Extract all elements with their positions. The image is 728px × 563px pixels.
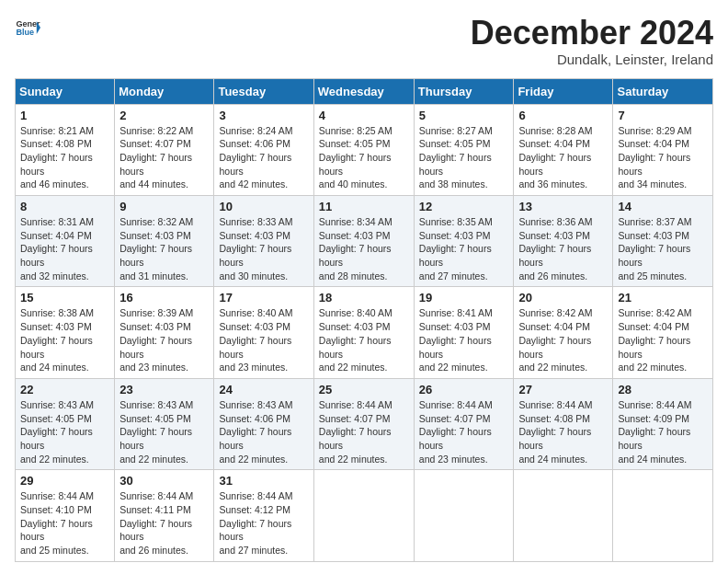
day-detail: Sunrise: 8:43 AMSunset: 4:05 PMDaylight:… (119, 398, 209, 465)
logo: General Blue (15, 15, 40, 40)
day-number: 23 (119, 383, 209, 396)
month-title: December 2024 (471, 15, 713, 52)
day-number: 9 (119, 200, 209, 213)
weekday-header: Friday (514, 78, 613, 104)
day-detail: Sunrise: 8:42 AMSunset: 4:04 PMDaylight:… (518, 306, 608, 373)
day-detail: Sunrise: 8:42 AMSunset: 4:04 PMDaylight:… (618, 306, 708, 373)
day-number: 24 (219, 383, 308, 396)
day-number: 7 (618, 109, 708, 122)
calendar-cell: 16 Sunrise: 8:39 AMSunset: 4:03 PMDaylig… (115, 287, 214, 378)
day-number: 21 (618, 291, 708, 304)
calendar-week-row: 1 Sunrise: 8:21 AMSunset: 4:08 PMDayligh… (16, 104, 713, 195)
day-detail: Sunrise: 8:44 AMSunset: 4:07 PMDaylight:… (319, 398, 409, 465)
calendar-cell: 2 Sunrise: 8:22 AMSunset: 4:07 PMDayligh… (115, 104, 214, 195)
calendar-header-row: SundayMondayTuesdayWednesdayThursdayFrid… (16, 78, 713, 104)
day-number: 17 (219, 291, 308, 304)
calendar-table: SundayMondayTuesdayWednesdayThursdayFrid… (15, 78, 713, 562)
day-number: 30 (119, 474, 209, 488)
day-detail: Sunrise: 8:34 AMSunset: 4:03 PMDaylight:… (319, 215, 409, 282)
day-detail: Sunrise: 8:44 AMSunset: 4:11 PMDaylight:… (119, 489, 209, 557)
day-number: 29 (20, 474, 109, 488)
day-detail: Sunrise: 8:40 AMSunset: 4:03 PMDaylight:… (219, 306, 308, 373)
day-detail: Sunrise: 8:27 AMSunset: 4:05 PMDaylight:… (419, 124, 509, 191)
day-detail: Sunrise: 8:37 AMSunset: 4:03 PMDaylight:… (618, 215, 708, 282)
day-number: 28 (618, 383, 708, 396)
calendar-cell: 17 Sunrise: 8:40 AMSunset: 4:03 PMDaylig… (214, 287, 313, 378)
calendar-cell (613, 470, 713, 561)
calendar-cell (514, 470, 613, 561)
calendar-cell: 28 Sunrise: 8:44 AMSunset: 4:09 PMDaylig… (613, 378, 713, 469)
calendar-cell: 19 Sunrise: 8:41 AMSunset: 4:03 PMDaylig… (414, 287, 514, 378)
calendar-week-row: 22 Sunrise: 8:43 AMSunset: 4:05 PMDaylig… (16, 378, 713, 469)
calendar-cell: 1 Sunrise: 8:21 AMSunset: 4:08 PMDayligh… (16, 104, 115, 195)
day-detail: Sunrise: 8:44 AMSunset: 4:08 PMDaylight:… (518, 398, 608, 465)
day-detail: Sunrise: 8:44 AMSunset: 4:10 PMDaylight:… (20, 489, 109, 557)
day-detail: Sunrise: 8:43 AMSunset: 4:05 PMDaylight:… (20, 398, 109, 465)
calendar-cell (313, 470, 414, 561)
day-number: 1 (20, 109, 109, 122)
weekday-header: Monday (115, 78, 214, 104)
day-number: 3 (219, 109, 308, 122)
title-area: December 2024 Dundalk, Leinster, Ireland (471, 15, 713, 67)
day-number: 18 (319, 291, 409, 304)
day-number: 27 (518, 383, 608, 396)
calendar-cell: 15 Sunrise: 8:38 AMSunset: 4:03 PMDaylig… (16, 287, 115, 378)
day-detail: Sunrise: 8:32 AMSunset: 4:03 PMDaylight:… (119, 215, 209, 282)
day-number: 16 (119, 291, 209, 304)
day-number: 22 (20, 383, 109, 396)
calendar-cell: 29 Sunrise: 8:44 AMSunset: 4:10 PMDaylig… (16, 470, 115, 561)
calendar-cell: 30 Sunrise: 8:44 AMSunset: 4:11 PMDaylig… (115, 470, 214, 561)
day-detail: Sunrise: 8:44 AMSunset: 4:07 PMDaylight:… (419, 398, 509, 465)
location-subtitle: Dundalk, Leinster, Ireland (471, 52, 713, 67)
day-detail: Sunrise: 8:44 AMSunset: 4:12 PMDaylight:… (219, 489, 308, 557)
calendar-cell: 26 Sunrise: 8:44 AMSunset: 4:07 PMDaylig… (414, 378, 514, 469)
calendar-cell: 10 Sunrise: 8:33 AMSunset: 4:03 PMDaylig… (214, 196, 313, 287)
logo-icon: General Blue (15, 15, 40, 40)
calendar-cell: 21 Sunrise: 8:42 AMSunset: 4:04 PMDaylig… (613, 287, 713, 378)
calendar-cell: 18 Sunrise: 8:40 AMSunset: 4:03 PMDaylig… (313, 287, 414, 378)
day-number: 6 (518, 109, 608, 122)
calendar-cell: 31 Sunrise: 8:44 AMSunset: 4:12 PMDaylig… (214, 470, 313, 561)
day-number: 15 (20, 291, 109, 304)
day-detail: Sunrise: 8:29 AMSunset: 4:04 PMDaylight:… (618, 124, 708, 191)
day-number: 10 (219, 200, 308, 213)
calendar-cell: 25 Sunrise: 8:44 AMSunset: 4:07 PMDaylig… (313, 378, 414, 469)
calendar-cell: 14 Sunrise: 8:37 AMSunset: 4:03 PMDaylig… (613, 196, 713, 287)
day-number: 11 (319, 200, 409, 213)
svg-text:Blue: Blue (16, 28, 34, 37)
day-number: 31 (219, 474, 308, 488)
day-number: 26 (419, 383, 509, 396)
day-detail: Sunrise: 8:36 AMSunset: 4:03 PMDaylight:… (518, 215, 608, 282)
calendar-week-row: 29 Sunrise: 8:44 AMSunset: 4:10 PMDaylig… (16, 470, 713, 561)
header: General Blue December 2024 Dundalk, Lein… (15, 15, 713, 67)
calendar-cell: 12 Sunrise: 8:35 AMSunset: 4:03 PMDaylig… (414, 196, 514, 287)
calendar-week-row: 8 Sunrise: 8:31 AMSunset: 4:04 PMDayligh… (16, 196, 713, 287)
calendar-cell: 5 Sunrise: 8:27 AMSunset: 4:05 PMDayligh… (414, 104, 514, 195)
day-number: 8 (20, 200, 109, 213)
weekday-header: Wednesday (313, 78, 414, 104)
day-number: 25 (319, 383, 409, 396)
day-detail: Sunrise: 8:41 AMSunset: 4:03 PMDaylight:… (419, 306, 509, 373)
day-detail: Sunrise: 8:28 AMSunset: 4:04 PMDaylight:… (518, 124, 608, 191)
day-detail: Sunrise: 8:22 AMSunset: 4:07 PMDaylight:… (119, 124, 209, 191)
day-detail: Sunrise: 8:44 AMSunset: 4:09 PMDaylight:… (618, 398, 708, 465)
weekday-header: Sunday (16, 78, 115, 104)
calendar-cell: 3 Sunrise: 8:24 AMSunset: 4:06 PMDayligh… (214, 104, 313, 195)
day-detail: Sunrise: 8:43 AMSunset: 4:06 PMDaylight:… (219, 398, 308, 465)
weekday-header: Tuesday (214, 78, 313, 104)
day-number: 4 (319, 109, 409, 122)
calendar-cell (414, 470, 514, 561)
day-detail: Sunrise: 8:38 AMSunset: 4:03 PMDaylight:… (20, 306, 109, 373)
day-detail: Sunrise: 8:21 AMSunset: 4:08 PMDaylight:… (20, 124, 109, 191)
calendar-cell: 7 Sunrise: 8:29 AMSunset: 4:04 PMDayligh… (613, 104, 713, 195)
calendar-cell: 27 Sunrise: 8:44 AMSunset: 4:08 PMDaylig… (514, 378, 613, 469)
calendar-cell: 22 Sunrise: 8:43 AMSunset: 4:05 PMDaylig… (16, 378, 115, 469)
day-number: 13 (518, 200, 608, 213)
calendar-cell: 8 Sunrise: 8:31 AMSunset: 4:04 PMDayligh… (16, 196, 115, 287)
calendar-cell: 6 Sunrise: 8:28 AMSunset: 4:04 PMDayligh… (514, 104, 613, 195)
day-number: 19 (419, 291, 509, 304)
day-number: 20 (518, 291, 608, 304)
calendar-cell: 9 Sunrise: 8:32 AMSunset: 4:03 PMDayligh… (115, 196, 214, 287)
weekday-header: Saturday (613, 78, 713, 104)
calendar-cell: 23 Sunrise: 8:43 AMSunset: 4:05 PMDaylig… (115, 378, 214, 469)
